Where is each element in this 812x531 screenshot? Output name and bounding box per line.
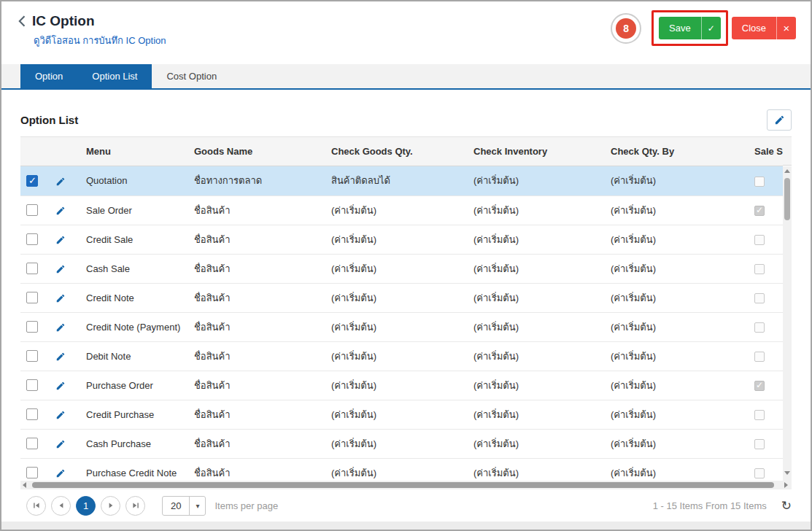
- save-check-icon[interactable]: ✓: [701, 17, 721, 39]
- row-check-goods-qty: (ค่าเริ่มต้น): [324, 225, 466, 254]
- row-edit-pencil-icon[interactable]: [55, 235, 66, 245]
- top-bar: IC Option ดูวิดีโอสอน การบันทึก IC Optio…: [1, 1, 811, 64]
- row-menu: Credit Sale: [79, 225, 187, 254]
- row-check-qty-by: (ค่าเริ่มต้น): [603, 429, 747, 458]
- row-edit-pencil-icon[interactable]: [55, 264, 66, 274]
- tab-option-list[interactable]: Option List: [77, 64, 152, 88]
- ic-option-window: IC Option ดูวิดีโอสอน การบันทึก IC Optio…: [0, 0, 812, 531]
- row-edit-pencil-icon[interactable]: [55, 352, 66, 362]
- items-range-label: 1 - 15 Items From 15 Items: [653, 500, 767, 511]
- scroll-down-arrow-icon[interactable]: [784, 471, 790, 475]
- row-check-qty-by: (ค่าเริ่มต้น): [603, 400, 747, 429]
- current-page-button[interactable]: 1: [76, 496, 96, 516]
- header-goods-name: Goods Name: [187, 137, 324, 166]
- row-select-checkbox[interactable]: [26, 263, 38, 274]
- header-check-inventory: Check Inventory: [466, 137, 603, 166]
- row-menu: Cash Sale: [79, 254, 187, 283]
- header-filler: [783, 136, 792, 166]
- tab-bar: Option Option List Cost Option: [1, 64, 811, 90]
- tab-cost-option[interactable]: Cost Option: [152, 64, 231, 88]
- tab-option[interactable]: Option: [20, 64, 77, 88]
- vertical-scrollbar-thumb[interactable]: [784, 178, 790, 220]
- table-row: Credit Note (Payment) ชื่อสินค้า (ค่าเริ…: [20, 312, 783, 341]
- row-edit-pencil-icon[interactable]: [55, 293, 66, 303]
- previous-page-button[interactable]: [51, 496, 71, 516]
- row-check-goods-qty: (ค่าเริ่มต้น): [324, 283, 466, 312]
- scroll-left-arrow-icon[interactable]: [23, 482, 26, 488]
- row-check-inventory: (ค่าเริ่มต้น): [466, 166, 603, 195]
- first-page-button[interactable]: [26, 496, 46, 516]
- row-edit-pencil-icon[interactable]: [55, 439, 66, 449]
- items-per-page-select[interactable]: 20 ▾: [162, 496, 206, 516]
- row-goods-name: ชื่อสินค้า: [187, 341, 324, 371]
- row-menu: Quotation: [79, 166, 187, 195]
- save-button[interactable]: Save: [659, 17, 701, 39]
- row-goods-name: ชื่อสินค้า: [187, 371, 324, 400]
- close-x-icon[interactable]: ×: [776, 17, 796, 39]
- row-check-goods-qty: (ค่าเริ่มต้น): [324, 341, 466, 371]
- sale-stock-checkbox: [754, 381, 765, 391]
- row-select-checkbox[interactable]: [26, 350, 38, 362]
- row-select-checkbox[interactable]: [26, 408, 38, 420]
- row-goods-name: ชื่อสินค้า: [187, 195, 324, 225]
- row-edit-pencil-icon[interactable]: [55, 468, 66, 478]
- row-check-qty-by: (ค่าเริ่มต้น): [603, 195, 747, 225]
- chevron-down-icon: ▾: [189, 497, 205, 515]
- row-goods-name: ชื่อสินค้า: [187, 400, 324, 429]
- section-title: Option List: [20, 114, 78, 126]
- row-check-qty-by: (ค่าเริ่มต้น): [603, 458, 747, 481]
- row-goods-name: ชื่อสินค้า: [187, 312, 324, 341]
- refresh-icon[interactable]: ↻: [781, 500, 792, 512]
- scroll-up-arrow-icon[interactable]: [784, 169, 790, 173]
- row-goods-name: ชื่อสินค้า: [187, 458, 324, 481]
- row-select-checkbox[interactable]: [26, 321, 38, 333]
- row-check-goods-qty: (ค่าเริ่มต้น): [324, 195, 466, 225]
- table-row: Credit Purchase ชื่อสินค้า (ค่าเริ่มต้น)…: [20, 400, 783, 429]
- row-check-goods-qty: (ค่าเริ่มต้น): [324, 458, 466, 481]
- section-header: Option List: [1, 103, 811, 136]
- sale-stock-checkbox: [754, 468, 765, 478]
- row-edit-pencil-icon[interactable]: [55, 381, 66, 391]
- row-select-checkbox[interactable]: [26, 438, 38, 449]
- row-menu: Cash Purchase: [79, 429, 187, 458]
- row-select-checkbox[interactable]: [26, 204, 38, 216]
- close-button[interactable]: Close: [732, 17, 776, 39]
- row-check-qty-by: (ค่าเริ่มต้น): [603, 312, 747, 341]
- row-goods-name: ชื่อสินค้า: [187, 283, 324, 312]
- last-page-button[interactable]: [125, 496, 145, 516]
- row-check-inventory: (ค่าเริ่มต้น): [466, 341, 603, 371]
- row-edit-pencil-icon[interactable]: [55, 322, 66, 333]
- next-page-button[interactable]: [101, 496, 120, 516]
- row-select-checkbox[interactable]: [26, 292, 38, 303]
- sale-stock-checkbox: [754, 206, 765, 216]
- row-menu: Credit Purchase: [79, 400, 187, 429]
- pencil-icon: [774, 115, 785, 125]
- horizontal-scrollbar: [20, 481, 792, 489]
- table-row: Debit Note ชื่อสินค้า (ค่าเริ่มต้น) (ค่า…: [20, 341, 783, 371]
- row-check-inventory: (ค่าเริ่มต้น): [466, 225, 603, 254]
- back-chevron-icon[interactable]: [18, 15, 26, 27]
- header-check-qty-by: Check Qty. By: [603, 137, 747, 166]
- scroll-right-arrow-icon[interactable]: [784, 482, 788, 488]
- row-select-checkbox[interactable]: [26, 467, 38, 478]
- row-edit-pencil-icon[interactable]: [55, 177, 66, 187]
- edit-list-button[interactable]: [767, 109, 792, 131]
- row-select-checkbox[interactable]: [26, 175, 38, 187]
- row-check-goods-qty: (ค่าเริ่มต้น): [324, 254, 466, 283]
- table-row: Credit Note ชื่อสินค้า (ค่าเริ่มต้น) (ค่…: [20, 283, 783, 312]
- row-menu: Debit Note: [79, 341, 187, 371]
- row-select-checkbox[interactable]: [26, 379, 38, 391]
- video-tutorial-link[interactable]: ดูวิดีโอสอน การบันทึก IC Option: [34, 33, 166, 48]
- horizontal-scrollbar-thumb[interactable]: [32, 482, 774, 488]
- row-edit-pencil-icon[interactable]: [55, 410, 66, 420]
- row-check-goods-qty: (ค่าเริ่มต้น): [324, 400, 466, 429]
- row-check-inventory: (ค่าเริ่มต้น): [466, 458, 603, 481]
- row-edit-pencil-icon[interactable]: [55, 206, 66, 216]
- items-per-page-value: 20: [163, 497, 189, 515]
- row-select-checkbox[interactable]: [26, 233, 38, 245]
- row-check-goods-qty: (ค่าเริ่มต้น): [324, 371, 466, 400]
- table-row: Purchase Credit Note ชื่อสินค้า (ค่าเริ่…: [20, 458, 783, 481]
- row-menu: Credit Note (Payment): [79, 312, 187, 341]
- sale-stock-checkbox: [754, 177, 765, 187]
- table-row: Credit Sale ชื่อสินค้า (ค่าเริ่มต้น) (ค่…: [20, 225, 783, 254]
